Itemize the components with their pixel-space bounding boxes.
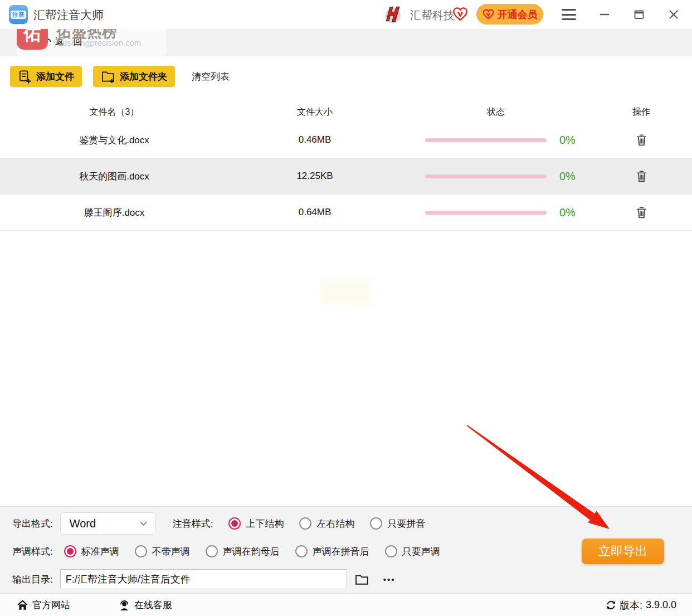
browse-folder-button[interactable] xyxy=(355,574,369,585)
official-site-link[interactable]: 官方网站 xyxy=(17,599,70,612)
add-folder-label: 添加文件夹 xyxy=(120,70,167,83)
table-row: 鉴赏与文化.docx 0.46MB 0% xyxy=(0,122,692,158)
folder-icon xyxy=(355,574,369,585)
version-value: 3.9.0.0 xyxy=(646,599,676,611)
export-format-label: 导出格式: xyxy=(12,517,53,530)
export-format-value: Word xyxy=(70,517,96,530)
radio-zhuyin-top-bottom[interactable]: 上下结构 xyxy=(228,517,284,530)
app-icon: 注音 xyxy=(9,5,28,24)
output-dir-input[interactable] xyxy=(60,569,347,589)
footer-bar: 官方网站 在线客服 版本: 3.9.0.0 xyxy=(0,593,692,616)
close-button[interactable] xyxy=(666,8,681,21)
home-icon xyxy=(17,600,28,610)
version-label: 版本: xyxy=(620,599,642,612)
zhuyin-style-label: 注音样式: xyxy=(173,517,213,530)
title-bar: 注音 汇帮注音大师 汇帮科技 开通会员 xyxy=(0,0,692,29)
file-status: 0% xyxy=(401,134,591,147)
export-now-button[interactable]: 立即导出 xyxy=(582,539,664,564)
maximize-button[interactable] xyxy=(632,8,646,21)
hamburger-menu-button[interactable] xyxy=(562,9,576,20)
file-name: 滕王阁序.docx xyxy=(0,206,228,219)
clear-list-button[interactable]: 清空列表 xyxy=(192,70,230,83)
app-title: 汇帮注音大师 xyxy=(33,7,104,23)
online-service-link[interactable]: 在线客服 xyxy=(118,599,172,612)
add-file-button[interactable]: 添加文件 xyxy=(10,66,82,87)
header-status: 状态 xyxy=(401,106,591,118)
header-action: 操作 xyxy=(591,106,692,118)
customer-service-icon xyxy=(118,599,130,611)
export-format-select[interactable]: Word xyxy=(60,512,156,535)
export-format-row: 导出格式: Word 注音样式: 上下结构 左右结构 只要拼音 xyxy=(12,512,425,535)
radio-icon xyxy=(385,545,397,557)
file-name: 鉴赏与文化.docx xyxy=(0,134,228,147)
radio-tone-after-pinyin[interactable]: 声调在拼音后 xyxy=(295,545,369,558)
radio-tone-none[interactable]: 不带声调 xyxy=(135,545,190,558)
file-size: 12.25KB xyxy=(228,171,401,182)
radio-label: 声调在拼音后 xyxy=(313,545,369,558)
radio-icon xyxy=(370,517,382,530)
output-dir-row: 输出目录: ••• xyxy=(12,569,396,589)
file-size: 0.46MB xyxy=(228,134,401,145)
radio-icon xyxy=(295,545,308,557)
file-status: 0% xyxy=(401,206,591,219)
table-header: 文件名（3） 文件大小 状态 操作 xyxy=(0,102,692,123)
open-membership-label: 开通会员 xyxy=(498,8,538,21)
radio-icon xyxy=(135,545,147,557)
table-row: 秋天的图画.docx 12.25KB 0% xyxy=(0,158,692,195)
file-size: 0.64MB xyxy=(228,207,401,218)
official-site-label: 官方网站 xyxy=(32,599,70,612)
delete-file-button[interactable] xyxy=(591,170,692,183)
tone-style-row: 声调样式: 标准声调 不带声调 声调在韵母后 声调在拼音后 只要声调 xyxy=(12,540,440,562)
progress-bar xyxy=(425,174,547,178)
radio-icon xyxy=(299,517,311,530)
vip-heart-badge-icon xyxy=(452,7,468,23)
file-name: 秋天的图画.docx xyxy=(0,170,228,183)
online-service-label: 在线客服 xyxy=(134,599,172,612)
radio-zhuyin-left-right[interactable]: 左右结构 xyxy=(299,517,354,530)
progress-bar xyxy=(425,138,547,142)
radio-zhuyin-pinyin-only[interactable]: 只要拼音 xyxy=(370,517,425,530)
radio-label: 只要声调 xyxy=(402,545,440,558)
file-status: 0% xyxy=(401,170,591,183)
progress-bar xyxy=(425,211,547,215)
radio-label: 声调在韵母后 xyxy=(223,545,280,558)
delete-file-button[interactable] xyxy=(591,134,692,147)
radio-label: 上下结构 xyxy=(246,517,284,530)
progress-percent: 0% xyxy=(559,170,576,183)
table-row: 滕王阁序.docx 0.64MB 0% xyxy=(0,195,692,231)
add-file-label: 添加文件 xyxy=(36,70,74,83)
radio-icon xyxy=(228,517,241,530)
radio-label: 不带声调 xyxy=(152,545,190,558)
minimize-button[interactable] xyxy=(597,8,612,21)
open-membership-button[interactable]: 开通会员 xyxy=(476,4,543,25)
faint-watermark-blob xyxy=(320,279,372,305)
version-info: 版本: 3.9.0.0 xyxy=(606,599,676,612)
trash-icon xyxy=(636,170,647,183)
app-icon-label: 注音 xyxy=(11,11,26,19)
radio-tone-only[interactable]: 只要声调 xyxy=(385,545,440,558)
trash-icon xyxy=(636,206,647,219)
delete-file-button[interactable] xyxy=(591,206,692,219)
more-options-button[interactable]: ••• xyxy=(383,575,396,584)
radio-icon xyxy=(206,545,218,557)
radio-icon xyxy=(64,545,76,557)
radio-label: 标准声调 xyxy=(81,545,119,558)
radio-label: 左右结构 xyxy=(316,517,354,530)
refresh-icon xyxy=(606,600,616,610)
chevron-down-icon xyxy=(139,521,148,526)
progress-percent: 0% xyxy=(559,206,576,219)
brand-name: 汇帮科技 xyxy=(410,8,455,23)
brand-lightning-logo-icon xyxy=(382,4,402,27)
radio-tone-standard[interactable]: 标准声调 xyxy=(64,545,119,558)
radio-label: 只要拼音 xyxy=(387,517,425,530)
header-filesize: 文件大小 xyxy=(228,106,401,118)
add-folder-icon xyxy=(101,70,115,83)
trash-icon xyxy=(636,134,647,147)
file-toolbar: 添加文件 添加文件夹 清空列表 xyxy=(10,66,230,87)
header-filename: 文件名（3） xyxy=(0,106,228,118)
tone-style-label: 声调样式: xyxy=(12,545,53,558)
member-heart-icon xyxy=(483,9,494,20)
radio-tone-after-final[interactable]: 声调在韵母后 xyxy=(206,545,280,558)
add-folder-button[interactable]: 添加文件夹 xyxy=(93,66,175,87)
output-dir-label: 输出目录: xyxy=(12,573,53,586)
